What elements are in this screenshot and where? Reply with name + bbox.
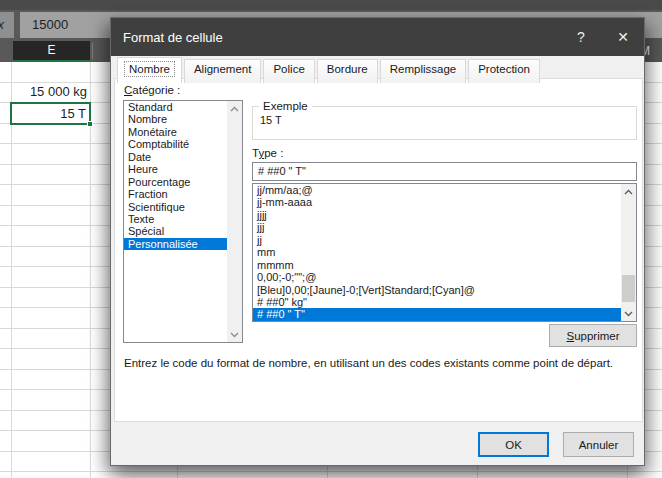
excel-window: fx 15000 E M 15 000 kg 15 T Format de ce…	[0, 0, 662, 478]
cancel-button[interactable]: Annuler	[563, 432, 634, 457]
format-code-listbox[interactable]: jj/mm/aa;@ jj-mm-aaaa jjjj jjj jj mm mmm…	[252, 183, 637, 322]
format-scrollbar[interactable]	[621, 184, 636, 321]
scrollbar-thumb[interactable]	[622, 275, 635, 302]
tab-police[interactable]: Police	[263, 59, 314, 83]
format-code-item[interactable]: # ##0" kg"	[253, 296, 621, 308]
scroll-up-icon[interactable]	[227, 101, 242, 116]
scroll-down-icon[interactable]	[227, 327, 242, 342]
fill-handle[interactable]	[87, 121, 93, 127]
format-cells-dialog: Format de cellule ? ✕ Nombre Alignement …	[110, 17, 645, 466]
grid-cells-bottom[interactable]	[110, 466, 662, 478]
category-item-selected[interactable]: Personnalisée	[124, 238, 227, 250]
format-code-item[interactable]: jj-mm-aaaa	[253, 196, 621, 208]
category-item[interactable]: Scientifique	[124, 201, 227, 213]
close-icon[interactable]: ✕	[602, 18, 644, 56]
gridline-horizontal	[110, 471, 662, 472]
number-tab-page: Catégorie : Standard Nombre Monétaire Co…	[114, 78, 643, 422]
column-header-divider	[92, 43, 93, 59]
category-item[interactable]: Pourcentage	[124, 176, 227, 188]
category-item[interactable]: Standard	[124, 101, 227, 113]
format-code-item-selected[interactable]: # ##0 " T"	[253, 308, 621, 320]
gridline-vertical	[177, 466, 178, 478]
format-code-item[interactable]: mmmm	[253, 259, 621, 271]
category-item[interactable]: Heure	[124, 163, 227, 175]
grid-cells-left[interactable]: 15 000 kg 15 T	[0, 62, 110, 478]
ok-button[interactable]: OK	[478, 432, 549, 457]
cell-15000kg[interactable]: 15 000 kg	[11, 82, 88, 102]
category-item[interactable]: Monétaire	[124, 126, 227, 138]
help-icon[interactable]: ?	[560, 18, 602, 56]
grid-cells-right[interactable]	[645, 62, 662, 478]
dialog-titlebar[interactable]: Format de cellule ? ✕	[111, 18, 644, 56]
column-header-partial[interactable]: M	[645, 40, 662, 62]
gridline-vertical	[477, 466, 478, 478]
scroll-up-icon[interactable]	[621, 184, 636, 199]
formula-value: 15000	[32, 17, 68, 32]
category-scrollbar[interactable]	[227, 101, 242, 342]
format-code-item[interactable]: 0,00;-0;"";@	[253, 271, 621, 283]
fx-icon[interactable]: fx	[0, 12, 14, 38]
category-item[interactable]: Nombre	[124, 113, 227, 125]
delete-button[interactable]: Supprimer	[549, 324, 637, 347]
scroll-down-icon[interactable]	[621, 306, 636, 321]
type-input[interactable]: # ##0 " T"	[252, 162, 637, 181]
format-code-item[interactable]: mm	[253, 246, 621, 258]
category-item[interactable]: Comptabilité	[124, 138, 227, 150]
selected-cell[interactable]: 15 T	[10, 102, 91, 125]
category-item[interactable]: Fraction	[124, 188, 227, 200]
category-label: Catégorie :	[124, 84, 180, 96]
fx-icon-glyph: fx	[0, 12, 14, 37]
column-header-e[interactable]: E	[13, 41, 90, 62]
info-text: Entrez le code du format de nombre, en u…	[124, 357, 638, 369]
tab-nombre[interactable]: Nombre	[117, 57, 182, 83]
format-code-item[interactable]: jjj	[253, 221, 621, 233]
tab-bordure[interactable]: Bordure	[317, 59, 378, 83]
dialog-title: Format de cellule	[123, 30, 560, 45]
category-item[interactable]: Texte	[124, 213, 227, 225]
tab-label: Nombre	[124, 61, 175, 77]
tab-strip: Nombre Alignement Police Bordure Remplis…	[117, 59, 542, 83]
category-item[interactable]: Date	[124, 151, 227, 163]
category-item[interactable]: Spécial	[124, 225, 227, 237]
gridline-vertical	[627, 466, 628, 478]
chrome-top-strip	[0, 0, 662, 10]
example-group-label: Exemple	[259, 100, 312, 112]
example-groupbox: Exemple 15 T	[252, 100, 637, 140]
format-code-item[interactable]: jjjj	[253, 209, 621, 221]
category-listbox[interactable]: Standard Nombre Monétaire Comptabilité D…	[123, 100, 243, 343]
example-value: 15 T	[260, 114, 636, 126]
format-code-item[interactable]: jj	[253, 234, 621, 246]
tab-remplissage[interactable]: Remplissage	[380, 59, 466, 83]
format-code-item[interactable]: [Bleu]0,00;[Jaune]-0;[Vert]Standard;[Cya…	[253, 284, 621, 296]
type-label: Type :	[252, 147, 283, 159]
selected-cell-value: 15 T	[60, 106, 86, 121]
tab-alignement[interactable]: Alignement	[184, 59, 262, 83]
gridline-vertical	[327, 466, 328, 478]
tab-protection[interactable]: Protection	[468, 59, 540, 83]
format-code-item[interactable]: jj/mm/aa;@	[253, 184, 621, 196]
